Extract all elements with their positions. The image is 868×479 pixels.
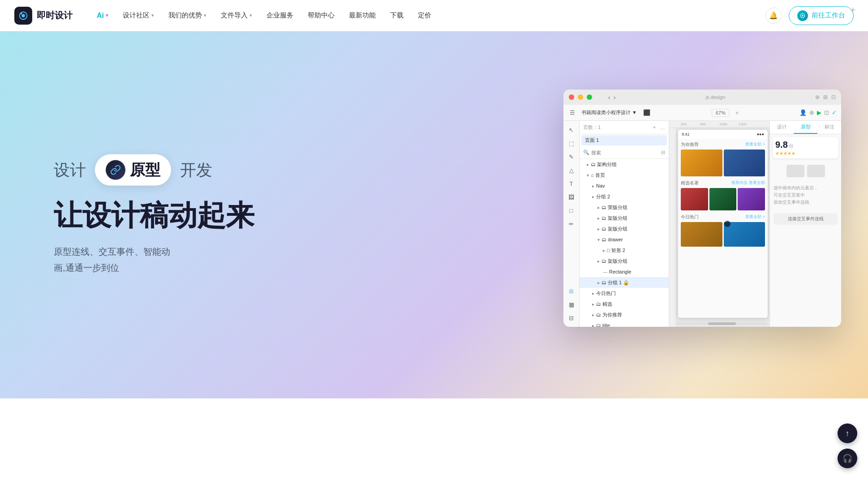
nav-items: Ai ▾ 设计社区 ▾ 我们的优势 ▾ 文件导入 ▾ 企业服务 帮助中心 最新功…	[90, 8, 765, 23]
cursor	[724, 221, 730, 227]
window-body: ↖ ⬚ ✎ △ T 🖼 □ ✏ ⊞ ▦ ⊟ 页数：1	[563, 121, 841, 327]
tab-annotation[interactable]: 标注	[817, 121, 841, 134]
tab-prototype[interactable]: 原型	[794, 121, 817, 134]
mockup-window: ‹ › js.design ⊕⊞⊡ ☰ 书籍阅读类小程序设计 ▼ ⬛ 67% ＋…	[563, 90, 841, 327]
tool-layers[interactable]: ⊞	[566, 286, 577, 296]
logo-icon	[14, 7, 32, 25]
layer-item[interactable]: ▸🗂 架构分组	[580, 159, 669, 170]
hero-section: 设计 原型 开发 让设计稿动起来 原型连线、交互事件、智能动画,通通一步到位	[0, 31, 868, 398]
nav-item-pricing[interactable]: 定价	[412, 8, 438, 23]
prototype-badge: 原型	[95, 154, 171, 186]
menu-icon[interactable]: ☰	[568, 108, 577, 117]
rating-number: 9.8	[775, 140, 788, 150]
svg-point-2	[21, 13, 22, 14]
svg-point-4	[802, 15, 804, 17]
nav-right: 🔔 前往工作台	[765, 6, 854, 25]
hero-description: 原型连线、交互事件、智能动画,通通一步到位	[54, 243, 254, 275]
window-toolbar: ☰ 书籍阅读类小程序设计 ▼ ⬛ 67% ＋ 👤 ⊕ ▶ ⊡ ✓	[563, 105, 841, 121]
plus-top-icon: ＋	[848, 4, 857, 16]
layers-search-bar: 🔍 ⊟	[580, 146, 669, 159]
nav-item-advantages[interactable]: 我们的优势 ▾	[162, 8, 213, 23]
scroll-to-top-button[interactable]: ↑	[838, 423, 857, 443]
tool-frame[interactable]: ⬚	[566, 138, 577, 149]
layer-item-active[interactable]: ▸🗂 分组 1 🔒	[580, 277, 669, 288]
layer-item[interactable]: ▸🗂 荣版分组	[580, 202, 669, 213]
layers-toggle-icon[interactable]: ⬛	[641, 108, 652, 117]
dot-red[interactable]	[569, 94, 574, 100]
layer-item[interactable]: ▸🗂 为你推荐	[580, 309, 669, 320]
prototype-label: 原型	[130, 160, 160, 180]
hero-title: 让设计稿动起来	[54, 198, 254, 233]
layer-item[interactable]: ▸🗂 架版分组	[580, 223, 669, 234]
workspace-button[interactable]: 前往工作台	[789, 6, 854, 25]
tool-collab[interactable]: ⊟	[566, 312, 577, 323]
tools-panel: ↖ ⬚ ✎ △ T 🖼 □ ✏ ⊞ ▦ ⊟	[563, 121, 580, 327]
design-label: 设计	[54, 159, 86, 181]
zoom-level[interactable]: 67%	[712, 109, 730, 117]
prototype-connect-button[interactable]: 连接交互事件连线	[773, 213, 838, 225]
tool-pen[interactable]: ✎	[566, 151, 577, 162]
layer-item[interactable]: ▸🗂 title	[580, 320, 669, 327]
props-tabs: 设计 原型 标注	[770, 121, 841, 134]
titlebar-icons: ⊕⊞⊡	[815, 94, 836, 100]
tool-rect[interactable]: □	[566, 205, 577, 216]
layer-item[interactable]: ▾🗂 drawer	[580, 234, 669, 245]
nav-item-help[interactable]: 帮助中心	[301, 8, 341, 23]
tool-text[interactable]: T	[566, 178, 577, 189]
page-options-icon[interactable]: …	[660, 124, 665, 131]
proto-info: 选中画布内的元素后， 可在交互页签中 添加交互事件连线	[770, 181, 841, 210]
nav-item-features[interactable]: 最新功能	[343, 8, 382, 23]
tool-pencil[interactable]: ✏	[566, 218, 577, 229]
tool-cursor[interactable]: ↖	[566, 124, 577, 135]
add-page-icon[interactable]: ＋	[652, 124, 657, 131]
hero-content: 设计 原型 开发 让设计稿动起来 原型连线、交互事件、智能动画,通通一步到位	[54, 154, 254, 276]
layer-item[interactable]: ▸分组 2	[580, 191, 669, 202]
logo-area[interactable]: 即时设计	[14, 7, 73, 25]
window-titlebar: ‹ › js.design ⊕⊞⊡	[563, 90, 841, 105]
nav-item-ai[interactable]: Ai ▾	[90, 8, 115, 23]
community-chevron-icon: ▾	[151, 13, 154, 18]
layer-item[interactable]: ▸□ 矩形 2	[580, 245, 669, 256]
app-preview: 9:41●●● 为你推荐查看全部 > 精选名著推荐作品 查看全部	[678, 130, 768, 318]
nav-item-import[interactable]: 文件导入 ▾	[215, 8, 258, 23]
nav-item-enterprise[interactable]: 企业服务	[260, 8, 300, 23]
ai-chevron-icon: ▾	[106, 13, 108, 18]
nav-item-download[interactable]: 下载	[384, 8, 410, 23]
titlebar-url: js.design	[619, 94, 812, 100]
layer-item[interactable]: ▸🗂 架版分组	[580, 256, 669, 266]
props-panel: 设计 原型 标注 9.8 分 ★★★★★	[769, 121, 841, 327]
layers-search-input[interactable]	[591, 150, 659, 155]
navbar: ＋ 即时设计 Ai ▾ 设计社区 ▾ 我们的优势 ▾ 文件导入 ▾	[0, 0, 868, 31]
notification-bell-button[interactable]: 🔔	[765, 8, 782, 24]
layer-item[interactable]: —Rectangle	[580, 266, 669, 277]
layers-panel: 页数：1 ＋ … 页面 1 🔍 ⊟ ▸🗂 架构分组	[580, 121, 669, 327]
tool-image[interactable]: 🖼	[566, 192, 577, 202]
tool-assets[interactable]: ▦	[566, 299, 577, 310]
workspace-icon	[797, 10, 808, 21]
layers-list: ▸🗂 架构分组 ▾⌂ 首页 ▸Nav ▸分组 2 ▸🗂 荣版分组	[580, 159, 669, 327]
search-icon: 🔍	[583, 150, 589, 155]
layer-item[interactable]: ▸今日热门	[580, 288, 669, 299]
logo-text: 即时设计	[37, 9, 73, 21]
advantages-chevron-icon: ▾	[204, 13, 206, 18]
page-name[interactable]: 页面 1	[581, 135, 667, 145]
layer-item[interactable]: ▸Nav	[580, 180, 669, 191]
tool-triangle[interactable]: △	[566, 165, 577, 175]
import-chevron-icon: ▾	[249, 13, 252, 18]
doc-title: 书籍阅读类小程序设计 ▼	[580, 108, 639, 117]
layer-item[interactable]: ▾⌂ 首页	[580, 170, 669, 180]
svg-point-1	[21, 14, 25, 17]
dot-green[interactable]	[587, 94, 592, 100]
layer-item[interactable]: ▸🗂 架版分组	[580, 213, 669, 223]
rating-box: 9.8 分 ★★★★★	[773, 137, 838, 158]
support-button[interactable]: 🎧	[838, 449, 857, 468]
layers-header: 页数：1 ＋ …	[580, 121, 669, 134]
tab-design[interactable]: 设计	[770, 121, 794, 134]
layer-item[interactable]: ▸🗂 精选	[580, 299, 669, 309]
nav-item-community[interactable]: 设计社区 ▾	[116, 8, 160, 23]
canvas-area[interactable]: 100 600 1000 1200 9:41●●●	[669, 121, 769, 327]
filter-icon[interactable]: ⊟	[661, 150, 665, 155]
dot-yellow[interactable]	[578, 94, 583, 100]
mockup-wrapper: ‹ › js.design ⊕⊞⊡ ☰ 书籍阅读类小程序设计 ▼ ⬛ 67% ＋…	[563, 90, 841, 327]
design-row: 设计 原型 开发	[54, 154, 254, 186]
